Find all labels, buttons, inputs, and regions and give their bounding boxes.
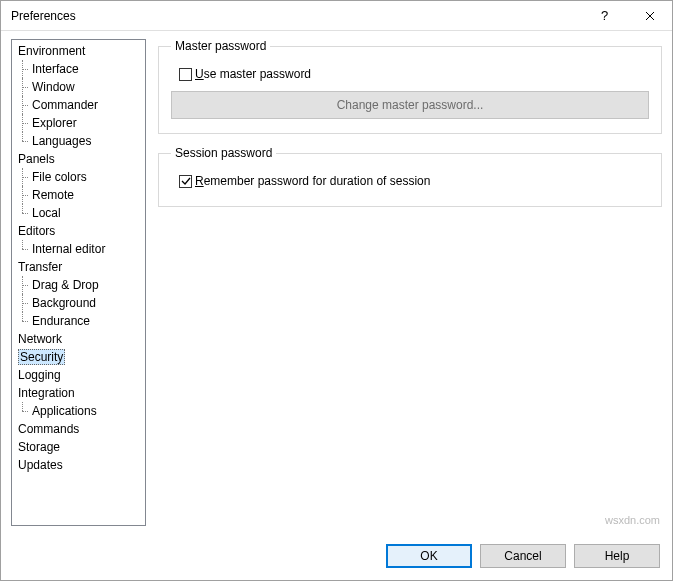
tree-item-applications[interactable]: Applications — [12, 402, 145, 420]
tree-item-editors[interactable]: Editors — [12, 222, 145, 240]
cancel-button[interactable]: Cancel — [480, 544, 566, 568]
use-master-password-row[interactable]: Use master password — [179, 67, 649, 81]
tree-item-commands[interactable]: Commands — [12, 420, 145, 438]
session-password-title: Session password — [171, 146, 276, 160]
tree-item-storage[interactable]: Storage — [12, 438, 145, 456]
tree-item-background[interactable]: Background — [12, 294, 145, 312]
ok-button[interactable]: OK — [386, 544, 472, 568]
use-master-password-checkbox[interactable] — [179, 68, 192, 81]
tree-item-network[interactable]: Network — [12, 330, 145, 348]
preferences-dialog: Preferences ? Environment Interface Wind… — [0, 0, 673, 581]
titlebar: Preferences ? — [1, 1, 672, 31]
tree-item-panels[interactable]: Panels — [12, 150, 145, 168]
change-master-password-button: Change master password... — [171, 91, 649, 119]
tree-item-dragdrop[interactable]: Drag & Drop — [12, 276, 145, 294]
master-password-group: Master password Use master password Chan… — [158, 39, 662, 134]
help-button[interactable]: Help — [574, 544, 660, 568]
tree-item-integration[interactable]: Integration — [12, 384, 145, 402]
remember-password-row[interactable]: Remember password for duration of sessio… — [179, 174, 649, 188]
tree-item-languages[interactable]: Languages — [12, 132, 145, 150]
tree-item-explorer[interactable]: Explorer — [12, 114, 145, 132]
tree-item-local[interactable]: Local — [12, 204, 145, 222]
tree-item-filecolors[interactable]: File colors — [12, 168, 145, 186]
tree-item-commander[interactable]: Commander — [12, 96, 145, 114]
dialog-footer: OK Cancel Help — [1, 534, 672, 580]
close-icon[interactable] — [627, 1, 672, 31]
use-master-password-label: Use master password — [195, 67, 311, 81]
tree-item-remote[interactable]: Remote — [12, 186, 145, 204]
help-icon[interactable]: ? — [582, 1, 627, 31]
tree-item-transfer[interactable]: Transfer — [12, 258, 145, 276]
watermark: wsxdn.com — [158, 514, 662, 526]
tree-item-endurance[interactable]: Endurance — [12, 312, 145, 330]
nav-tree[interactable]: Environment Interface Window Commander E… — [11, 39, 146, 526]
tree-item-window[interactable]: Window — [12, 78, 145, 96]
settings-pane: Master password Use master password Chan… — [158, 39, 662, 526]
tree-item-interface[interactable]: Interface — [12, 60, 145, 78]
remember-password-label: Remember password for duration of sessio… — [195, 174, 430, 188]
tree-item-updates[interactable]: Updates — [12, 456, 145, 474]
tree-item-security[interactable]: Security — [12, 348, 145, 366]
tree-item-environment[interactable]: Environment — [12, 42, 145, 60]
tree-item-internaleditor[interactable]: Internal editor — [12, 240, 145, 258]
tree-item-logging[interactable]: Logging — [12, 366, 145, 384]
remember-password-checkbox[interactable] — [179, 175, 192, 188]
window-title: Preferences — [11, 9, 582, 23]
session-password-group: Session password Remember password for d… — [158, 146, 662, 207]
master-password-title: Master password — [171, 39, 270, 53]
content-area: Environment Interface Window Commander E… — [1, 31, 672, 534]
